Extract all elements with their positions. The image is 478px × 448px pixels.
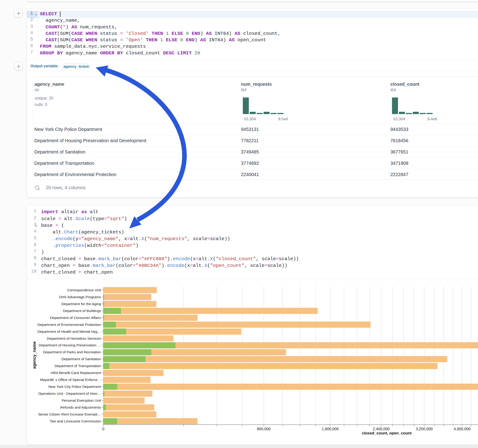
svg-text:Department for the Aging: Department for the Aging xyxy=(61,302,101,306)
svg-text:0: 0 xyxy=(102,427,104,431)
svg-text:Department of Sanitation: Department of Sanitation xyxy=(62,357,101,361)
svg-text:Department of Health and Menta: Department of Health and Mental Hyg… xyxy=(37,330,101,333)
svg-text:DHS Advantage Programs: DHS Advantage Programs xyxy=(59,295,101,299)
svg-text:HRA Benefit Card Replacement: HRA Benefit Card Replacement xyxy=(51,371,101,375)
svg-text:Department of Parks and Recrea: Department of Parks and Recreation xyxy=(43,350,101,354)
svg-text:Personal Exemption Unit: Personal Exemption Unit xyxy=(62,398,101,402)
svg-text:Correspondence Unit: Correspondence Unit xyxy=(67,288,101,292)
svg-text:Department of Transportation: Department of Transportation xyxy=(54,364,101,368)
svg-text:New York City Police Departmen: New York City Police Department xyxy=(48,385,101,389)
svg-text:closed_count, open_count: closed_count, open_count xyxy=(362,431,412,435)
svg-text:agency_name: agency_name xyxy=(32,341,37,369)
svg-text:Department of Homeless Service: Department of Homeless Services xyxy=(47,336,101,340)
svg-text:Senior Citizen Rent Increase E: Senior Citizen Rent Increase Exempti… xyxy=(38,412,101,416)
svg-text:Refunds and Adjustments: Refunds and Adjustments xyxy=(60,405,101,409)
svg-text:Operations Unit - Department o: Operations Unit - Department of Hom… xyxy=(38,392,101,395)
svg-text:4,000,000: 4,000,000 xyxy=(453,427,470,431)
svg-text:Mayorâ€ s Office of Special E: Mayorâ€ s Office of Special Enforce… xyxy=(40,378,101,382)
svg-text:1,600,000: 1,600,000 xyxy=(322,427,339,431)
svg-text:Department of Housing Preserva: Department of Housing Preservation … xyxy=(38,343,101,347)
svg-text:800,000: 800,000 xyxy=(257,427,271,431)
svg-text:Department of Consumer Affairs: Department of Consumer Affairs xyxy=(50,316,101,320)
svg-text:3,200,000: 3,200,000 xyxy=(416,427,433,431)
svg-text:2,400,000: 2,400,000 xyxy=(373,427,390,431)
svg-text:Department of Buildings: Department of Buildings xyxy=(63,309,101,313)
svg-text:Department of Environmental Pr: Department of Environmental Protection xyxy=(37,323,101,327)
svg-text:Taxi and Limousine Commission: Taxi and Limousine Commission xyxy=(50,419,101,423)
